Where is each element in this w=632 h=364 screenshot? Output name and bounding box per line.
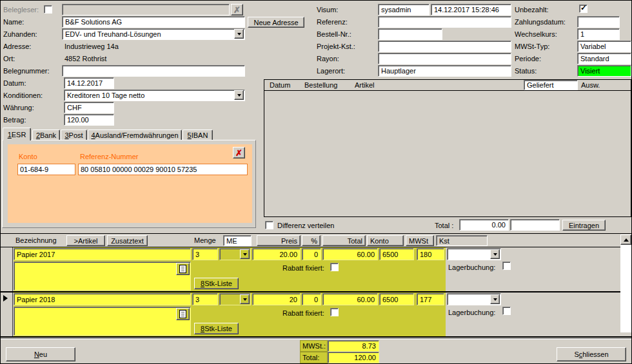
tab-bank[interactable]: 2 Bank — [32, 129, 60, 140]
stk-liste-button[interactable]: 8 Stk-Liste — [194, 278, 239, 289]
status-select[interactable]: Visiert — [577, 65, 631, 77]
artikel-button[interactable]: >Artikel — [66, 235, 105, 246]
item-konto-select[interactable]: 6500 — [379, 293, 414, 305]
item-me-select[interactable] — [219, 248, 251, 260]
belegleser-checkbox[interactable]: ✓ — [44, 5, 52, 14]
eintragen-button[interactable]: Eintragen — [562, 220, 606, 231]
items-col-konto[interactable]: Konto — [367, 235, 404, 246]
esr-referenz-field[interactable]: 80 05810 00000 00029 90010 57235 — [78, 164, 248, 175]
ausw-label[interactable]: Ausw. — [581, 81, 600, 90]
chevron-down-icon — [237, 94, 241, 99]
item-menge-field[interactable]: 3 — [192, 293, 218, 305]
esr-delete-button[interactable]: ✗ — [233, 147, 245, 158]
kst-dropdown-button[interactable] — [490, 249, 500, 259]
zuhanden-select[interactable]: EDV- und Treuhand-Lösungen — [62, 28, 245, 40]
zusatztext-editor-button[interactable] — [176, 263, 190, 275]
neu-button[interactable]: Neu — [6, 347, 75, 361]
neue-adresse-button[interactable]: Neue Adresse — [248, 17, 304, 28]
zusatztext-editor-button[interactable] — [176, 308, 190, 320]
invoice-window: Belegleser: ✓ ✗ Name: B&F Solutions AG N… — [0, 0, 632, 364]
periode-select[interactable]: Standard — [577, 53, 631, 64]
item-menge-field[interactable]: 3 — [192, 248, 218, 260]
esr-orange-panel: Konto Referenz-Nummer ✗ 01-684-9 80 0581… — [8, 144, 252, 223]
x-icon: ✗ — [233, 6, 241, 14]
referenz-field[interactable] — [378, 16, 511, 28]
rabatt-fixiert-checkbox[interactable]: ✓ — [330, 263, 339, 271]
rabatt-fixiert-label: Rabatt fixiert: — [282, 309, 324, 318]
item-bezeichnung-field[interactable]: Papier 2018 — [14, 293, 191, 305]
rabatt-fixiert-checkbox[interactable]: ✓ — [330, 308, 339, 316]
item-preis-field[interactable]: 20.00 — [252, 248, 301, 260]
projekt-kst-select[interactable] — [378, 41, 511, 52]
betrag-field[interactable]: 120.00 — [64, 114, 114, 126]
mwst-typ-select[interactable]: Variabel — [577, 41, 631, 52]
item-total-field[interactable]: 60.00 — [322, 293, 378, 305]
item-prozent-field[interactable]: 0 — [302, 248, 321, 260]
tab-post[interactable]: 3 Post — [61, 129, 87, 140]
kst-dropdown-button[interactable] — [490, 294, 500, 304]
item-mwst-select[interactable]: 177 — [417, 293, 444, 305]
belegleser-clear-button[interactable]: ✗ — [231, 4, 243, 15]
periode-label: Periode: — [515, 55, 541, 63]
konditionen-select[interactable]: Kreditoren 10 Tage netto — [64, 90, 245, 101]
chevron-up-icon — [624, 236, 629, 242]
zusatztext-button[interactable]: Zusatztext — [107, 235, 148, 246]
footer-mwst-value: 8.73 — [328, 340, 379, 352]
me-dropdown-button[interactable] — [240, 294, 250, 304]
item-preis-field[interactable]: 20 — [252, 293, 301, 305]
item-mwst-select[interactable]: 180 — [417, 248, 444, 260]
differenz-verteilen-checkbox[interactable]: ✓ — [265, 221, 273, 229]
tab-ausland-fremdwaehrungen[interactable]: 4 Ausland/Fremdwährungen — [88, 129, 182, 140]
item-prozent-field[interactable]: 0 — [302, 293, 321, 305]
items-col-total[interactable]: Total — [322, 235, 366, 246]
visum-datetime-field[interactable]: 14.12.2017 15:28:46 — [431, 4, 511, 15]
belegleser-field[interactable] — [62, 4, 230, 15]
items-col-kst[interactable]: Kst — [436, 235, 488, 246]
items-col-mwst[interactable]: MWSt — [406, 235, 434, 246]
zahlungsdatum-field[interactable] — [577, 16, 620, 28]
items-col-me[interactable]: ME — [223, 235, 252, 246]
zuhanden-dropdown-button[interactable] — [234, 29, 244, 39]
visum-user-field[interactable]: sysadmin — [378, 4, 430, 15]
scrollbar-track[interactable] — [620, 245, 631, 332]
stk-liste-button[interactable]: 8 Stk-Liste — [194, 323, 239, 334]
tab-esr[interactable]: 1 ESR — [3, 128, 31, 140]
wechselkurs-field[interactable]: 1 — [577, 28, 620, 40]
belegleser-label: Belegleser: — [3, 6, 39, 14]
item-kst-select[interactable] — [447, 248, 501, 260]
chevron-down-icon — [237, 33, 241, 37]
waehrung-select[interactable]: CHF — [64, 102, 114, 113]
projekt-kst-label: Projekt-Kst.: — [317, 43, 355, 51]
item-konto-select[interactable]: 6500 — [379, 248, 414, 260]
item-zusatztext-area[interactable] — [14, 307, 191, 336]
esr-referenz-label: Referenz-Nummer — [80, 153, 138, 161]
lagerbuchung-checkbox[interactable]: ✓ — [502, 307, 511, 315]
item-me-select[interactable] — [219, 293, 251, 305]
item-kst-select[interactable] — [447, 293, 501, 305]
tab-iban[interactable]: 5 IBAN — [183, 129, 213, 140]
unbezahlt-checkbox[interactable]: ✓ — [579, 5, 588, 13]
items-col-prozent[interactable]: % — [302, 235, 321, 246]
differenz-rest-field[interactable] — [510, 219, 560, 231]
lagerbuchung-checkbox[interactable]: ✓ — [502, 262, 511, 270]
datum-field[interactable]: 14.12.2017 — [64, 77, 114, 89]
item-bezeichnung-field[interactable]: Papier 2017 — [14, 248, 191, 260]
rayon-select[interactable] — [378, 53, 511, 64]
konditionen-dropdown-button[interactable] — [234, 90, 244, 100]
name-field[interactable]: B&F Solutions AG — [62, 16, 245, 28]
me-dropdown-button[interactable] — [240, 249, 250, 259]
belegnummer-field[interactable] — [62, 65, 245, 77]
geliefert-filter-select[interactable]: Geliefert — [524, 80, 578, 90]
differenz-total-field[interactable]: 0.00 — [459, 219, 509, 231]
mwst-typ-label: MWSt-Typ: — [515, 43, 549, 51]
schliessen-button[interactable]: Schliessen — [557, 347, 626, 361]
chevron-down-icon — [493, 253, 497, 258]
scroll-up-button[interactable] — [620, 235, 631, 245]
bestell-nr-field[interactable] — [378, 28, 442, 40]
adresse-value: Industrieweg 14a — [64, 43, 119, 51]
esr-konto-field[interactable]: 01-684-9 — [17, 164, 75, 175]
item-total-field[interactable]: 60.00 — [322, 248, 378, 260]
lagerort-select[interactable]: Hauptlager — [378, 65, 511, 77]
item-zusatztext-area[interactable] — [14, 262, 191, 291]
items-col-preis[interactable]: Preis — [257, 235, 301, 246]
